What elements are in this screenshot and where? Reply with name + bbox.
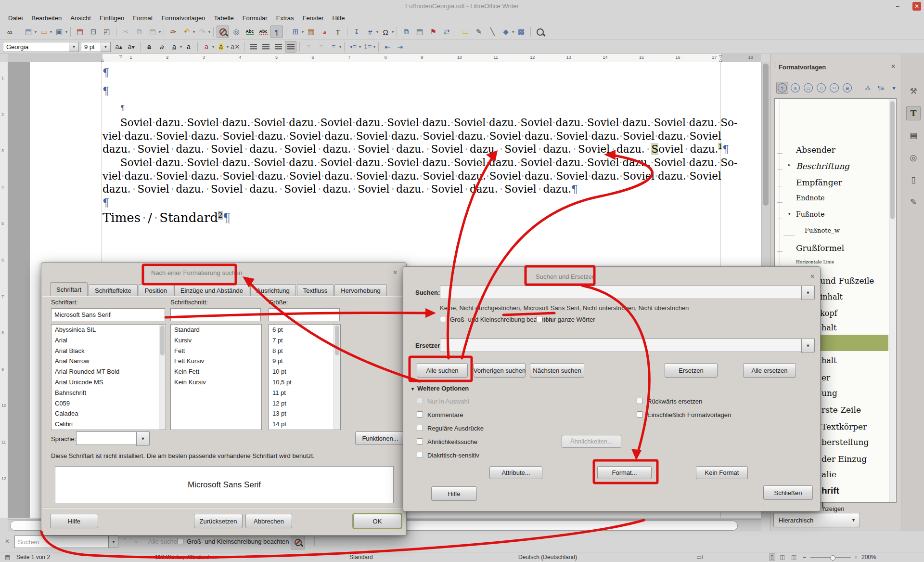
minimize-button[interactable]: – [893,2,902,11]
zoom-slider-thumb[interactable] [830,555,835,561]
navigator-icon[interactable]: ◎ [230,26,243,38]
export-pdf-icon[interactable]: ▤ [74,26,86,38]
redo-icon[interactable]: ↷ [196,26,208,38]
cut-icon[interactable]: ✂ [119,26,132,38]
whole-words-checkbox[interactable] [536,316,542,322]
tab-textfluss[interactable]: Textfluss [297,284,334,296]
zoom-icon[interactable] [534,26,546,38]
comments-checkbox[interactable] [417,411,423,418]
zoom-out-icon[interactable]: − [803,554,806,561]
new-document-icon[interactable]: ▤ [22,26,35,38]
regex-checkbox[interactable] [417,425,423,431]
tab-einz-ge-und-abst-nde[interactable]: Einzüge und Abstände [174,284,249,296]
font-option[interactable]: Arial Rounded MT Bold [51,366,166,377]
page-indicator[interactable]: Seite 1 von 2 [16,554,50,561]
insert-table-icon[interactable]: ⊞ [289,26,302,38]
similarity-label[interactable]: Ähnlichkeitssuche [427,438,477,445]
cancel-button[interactable]: Abbrechen [245,514,292,528]
list-styles-icon[interactable]: ≔ [828,82,840,94]
find-all-button[interactable]: Alle suchen [417,363,468,378]
style-item-absender[interactable]: Absender [775,145,895,161]
save-icon[interactable]: ▣ [53,26,65,38]
find-next-icon[interactable]: ⌄ [134,537,139,544]
diacritics-checkbox[interactable] [417,452,423,458]
document-line[interactable]: dazu.·Soviel·dazu.·Soviel·dazu.·Soviel·d… [103,183,578,195]
font-option[interactable]: Arial Narrow [51,356,166,366]
align-right-icon[interactable] [272,41,284,52]
search-combo[interactable]: ▼ [440,286,815,299]
replace-all-button[interactable]: Alle ersetzen [743,363,796,378]
find-replace-icon[interactable] [217,26,229,38]
font-name-input[interactable]: Microsoft Sans Serif [51,308,165,321]
font-size-list[interactable]: 6 pt7 pt8 pt9 pt10 pt10,5 pt11 pt12 pt13… [269,324,341,430]
menu-ansicht[interactable]: Ansicht [66,13,95,24]
find-next-button[interactable]: Nächsten suchen [530,363,584,378]
style-item-empf-nger[interactable]: Empfänger [775,178,895,194]
find-previous-button[interactable]: Vorherigen suchen [474,363,526,378]
document-line[interactable]: dazu.·Soviel·dazu.·Soviel·dazu.·Soviel·d… [103,143,729,155]
save-status-icon[interactable]: ▤ [5,554,10,561]
size-option[interactable]: 6 pt [269,325,340,335]
gallery-deck-icon[interactable]: ▦ [906,128,921,143]
align-center-icon[interactable] [260,41,271,52]
vertical-ruler[interactable]: 123456789101112 [0,62,8,518]
size-option[interactable]: 10,5 pt [269,377,340,388]
functions-button[interactable]: Funktionen... [355,431,405,445]
include-styles-checkbox[interactable] [637,411,643,418]
bold-icon[interactable]: a [143,41,155,52]
page-break-icon[interactable]: ↧ [350,26,363,38]
page-style-indicator[interactable]: Standard [349,554,373,561]
frame-styles-icon[interactable]: ▭ [802,82,814,94]
menu-formatvorlagen[interactable]: Formatvorlagen [157,13,209,24]
times-standard-line[interactable]: Times·/·Standard2¶ [103,210,231,225]
font-color-icon[interactable]: a [201,41,212,52]
menu-einfügen[interactable]: Einfügen [95,13,128,24]
style-item-fu-note[interactable]: ▾Fußnote [775,210,895,227]
style-item-fu-note-w[interactable]: Fußnote_w [775,227,895,243]
size-option[interactable]: 8 pt [269,346,340,356]
font-option[interactable]: Calibri [51,419,166,430]
formatting-marks-icon[interactable]: ¶ [270,26,283,38]
match-case-checkbox[interactable] [440,316,446,322]
help-button[interactable]: Hilfe [50,514,98,528]
no-format-button[interactable]: Kein Format [696,466,748,479]
tab-ausrichtung[interactable]: Ausrichtung [250,284,296,296]
bullet-list-icon[interactable]: •≡ [347,41,359,52]
paste-icon[interactable]: ▤ [146,26,159,38]
zoom-level[interactable]: 200% [861,554,876,561]
menu-bearbeiten[interactable]: Bearbeiten [27,13,66,24]
insert-comment-icon[interactable]: ▭ [459,26,472,38]
autospellcheck-icon[interactable]: Abc [257,26,270,38]
preview-checkbox-label-fragment[interactable]: nzeigen [822,505,845,512]
underline-icon[interactable]: a [168,41,180,52]
format-button[interactable]: Format... [597,466,652,479]
vertical-scrollbar-thumb[interactable] [763,64,769,206]
cross-reference-icon[interactable]: ⇄ [440,26,453,38]
font-option[interactable]: Abyssinica SIL [51,325,166,335]
par-space-increase-icon[interactable]: ≡ [303,41,314,52]
document-line[interactable]: viel·dazu.·Soviel·dazu.·Soviel·dazu.·Sov… [103,170,721,182]
new-style-icon[interactable]: ¶≡ [875,82,887,94]
styles-deck-icon[interactable]: T [906,106,921,120]
strikethrough-icon[interactable]: a [183,41,194,52]
clear-formatting-icon[interactable]: a✕ [230,41,241,52]
font-option[interactable]: Bahnschrift [51,388,166,398]
align-left-icon[interactable] [247,41,259,52]
font-option[interactable]: Arial Unicode MS [51,377,166,388]
more-options-expander[interactable]: ▼Weitere Optionen [411,385,469,392]
special-character-icon[interactable]: Ω [379,26,392,38]
navigator-deck-icon[interactable]: ◎ [906,150,921,165]
style-option[interactable]: Standard [171,325,261,335]
language-dropdown[interactable]: ▼ [76,431,150,445]
style-option[interactable]: Kein Fett [171,366,261,377]
font-option[interactable]: Arial Black [51,346,166,356]
size-option[interactable]: 13 pt [269,408,340,419]
selection-mode-icon[interactable]: ▭I [696,554,704,561]
comments-label[interactable]: Kommentare [427,411,463,418]
italic-icon[interactable]: a [156,41,167,52]
undo-icon[interactable]: ↶ [180,26,193,38]
indent-marker[interactable]: △ [101,58,104,62]
menu-datei[interactable]: Datei [4,13,27,24]
diacritics-label[interactable]: Diakritisch-sensitiv [427,452,479,459]
tab-hervorhebung[interactable]: Hervorhebung [334,284,386,296]
